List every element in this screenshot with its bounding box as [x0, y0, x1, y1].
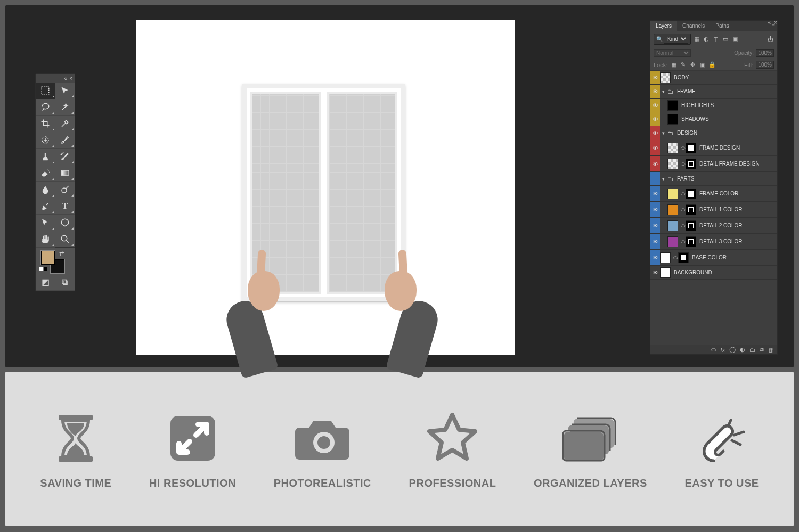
- lock-pixels-icon[interactable]: ✎: [680, 61, 687, 68]
- twisty-icon[interactable]: ▾: [660, 176, 666, 182]
- visibility-toggle[interactable]: 👁: [650, 156, 660, 171]
- lock-artboard-icon[interactable]: ▣: [699, 61, 706, 68]
- opacity-input[interactable]: [756, 49, 774, 57]
- gradient-tool[interactable]: [55, 165, 75, 182]
- layer-row[interactable]: 👁⬭FRAME DESIGN: [650, 140, 777, 156]
- layer-thumbnail[interactable]: [667, 220, 678, 231]
- patch-tool[interactable]: [36, 132, 55, 149]
- hand-tool[interactable]: [36, 231, 55, 248]
- delete-layer-icon[interactable]: 🗑: [768, 347, 774, 353]
- visibility-toggle[interactable]: [650, 172, 660, 185]
- type-tool[interactable]: T: [55, 198, 75, 215]
- layer-thumbnail[interactable]: [667, 204, 678, 215]
- dodge-tool[interactable]: [55, 182, 75, 198]
- layer-thumbnail[interactable]: [678, 252, 689, 263]
- layer-name[interactable]: PARTS: [677, 176, 694, 182]
- layer-thumbnail[interactable]: [686, 236, 696, 247]
- new-layer-icon[interactable]: ⧉: [760, 346, 764, 353]
- layer-row[interactable]: 👁⬭BASE COLOR: [650, 250, 777, 266]
- layer-thumbnail[interactable]: [686, 159, 696, 169]
- panel-menu-icon[interactable]: ≡: [772, 23, 775, 29]
- twisty-icon[interactable]: ▾: [660, 89, 666, 94]
- layer-row[interactable]: 👁⬭DETAIL 1 COLOR: [650, 202, 777, 218]
- layer-thumbnail[interactable]: [667, 114, 678, 125]
- lock-all-icon[interactable]: 🔒: [708, 61, 715, 68]
- layer-row[interactable]: 👁▾🗀FRAME: [650, 85, 777, 99]
- layer-name[interactable]: BODY: [674, 75, 689, 80]
- filter-shape-icon[interactable]: ▭: [722, 36, 729, 43]
- layer-row[interactable]: 👁⬭FRAME COLOR: [650, 186, 777, 202]
- link-layers-icon[interactable]: ⬭: [711, 346, 716, 353]
- layer-name[interactable]: BACKGROUND: [674, 269, 712, 275]
- new-group-icon[interactable]: 🗀: [749, 347, 755, 353]
- filter-pixel-icon[interactable]: ▦: [693, 36, 700, 43]
- clone-stamp-tool[interactable]: [36, 149, 55, 165]
- shape-tool[interactable]: [55, 215, 75, 231]
- filter-toggle-icon[interactable]: ⏻: [767, 36, 774, 43]
- layer-row[interactable]: 👁⬭DETAIL 3 COLOR: [650, 234, 777, 250]
- eyedropper-tool[interactable]: [55, 116, 75, 132]
- close-icon[interactable]: ×: [69, 76, 72, 81]
- layer-thumbnail[interactable]: [667, 159, 678, 169]
- fx-icon[interactable]: fx: [720, 347, 725, 353]
- blend-mode-select[interactable]: Normal: [654, 49, 691, 57]
- layer-name[interactable]: DETAIL 3 COLOR: [699, 239, 743, 244]
- layer-name[interactable]: DETAIL 1 COLOR: [699, 207, 743, 212]
- layer-row[interactable]: 👁▾🗀DESIGN: [650, 126, 777, 140]
- visibility-toggle[interactable]: 👁: [650, 250, 660, 265]
- swap-colors-icon[interactable]: ⇄: [59, 250, 64, 257]
- eraser-tool[interactable]: [36, 165, 55, 182]
- visibility-toggle[interactable]: 👁: [650, 140, 660, 155]
- layer-row[interactable]: 👁SHADOWS: [650, 112, 777, 126]
- layer-thumbnail[interactable]: [686, 189, 696, 199]
- layer-thumbnail[interactable]: [660, 252, 671, 263]
- filter-kind-select[interactable]: Kind: [664, 35, 688, 44]
- foreground-color-swatch[interactable]: [41, 251, 55, 265]
- lock-transparent-icon[interactable]: ▦: [670, 61, 677, 68]
- visibility-toggle[interactable]: 👁: [650, 234, 660, 249]
- layer-thumbnail[interactable]: [667, 143, 678, 153]
- layer-name[interactable]: FRAME COLOR: [699, 191, 738, 197]
- visibility-toggle[interactable]: 👁: [650, 71, 660, 84]
- tab-layers[interactable]: Layers: [650, 21, 677, 31]
- zoom-tool[interactable]: [55, 231, 75, 248]
- layer-row[interactable]: 👁⬭DETAIL FRAME DESIGN: [650, 156, 777, 172]
- layer-row[interactable]: 👁HIGHLIGHTS: [650, 99, 777, 112]
- blur-tool[interactable]: [36, 182, 55, 198]
- layer-thumbnail[interactable]: [686, 204, 696, 215]
- brush-tool[interactable]: [55, 132, 75, 149]
- mask-icon[interactable]: ◯: [729, 346, 736, 353]
- pen-tool[interactable]: [36, 198, 55, 215]
- magic-wand-tool[interactable]: [55, 99, 75, 116]
- layer-thumbnail[interactable]: [686, 220, 696, 231]
- layer-name[interactable]: FRAME: [677, 88, 696, 94]
- layer-thumbnail[interactable]: [686, 143, 696, 153]
- default-colors-icon[interactable]: [39, 267, 47, 271]
- layer-thumbnail[interactable]: [660, 267, 671, 278]
- filter-smart-icon[interactable]: ▣: [731, 36, 739, 43]
- visibility-toggle[interactable]: 👁: [650, 218, 660, 233]
- canvas[interactable]: [136, 20, 515, 355]
- marquee-tool[interactable]: [36, 83, 55, 99]
- layer-name[interactable]: DETAIL 2 COLOR: [699, 223, 743, 228]
- tab-paths[interactable]: Paths: [710, 21, 735, 31]
- layer-thumbnail[interactable]: [667, 189, 678, 199]
- filter-adjust-icon[interactable]: ◐: [703, 36, 710, 43]
- crop-tool[interactable]: [36, 116, 55, 132]
- layer-row[interactable]: 👁BODY: [650, 71, 777, 85]
- layer-row[interactable]: 👁BACKGROUND: [650, 266, 777, 280]
- visibility-toggle[interactable]: 👁: [650, 85, 660, 98]
- visibility-toggle[interactable]: 👁: [650, 266, 660, 279]
- fill-input[interactable]: [756, 61, 774, 69]
- collapse-icon[interactable]: «: [768, 20, 771, 26]
- move-tool[interactable]: [55, 83, 75, 99]
- visibility-toggle[interactable]: 👁: [650, 126, 660, 140]
- twisty-icon[interactable]: ▾: [660, 130, 666, 136]
- layer-name[interactable]: SHADOWS: [681, 116, 709, 122]
- filter-type-icon[interactable]: T: [712, 36, 720, 43]
- layer-name[interactable]: DETAIL FRAME DESIGN: [699, 161, 760, 167]
- layer-thumbnail[interactable]: [667, 100, 678, 111]
- quick-mask-tool[interactable]: ◩: [36, 274, 55, 291]
- path-select-tool[interactable]: [36, 215, 55, 231]
- screen-mode-tool[interactable]: ⧉: [55, 274, 75, 291]
